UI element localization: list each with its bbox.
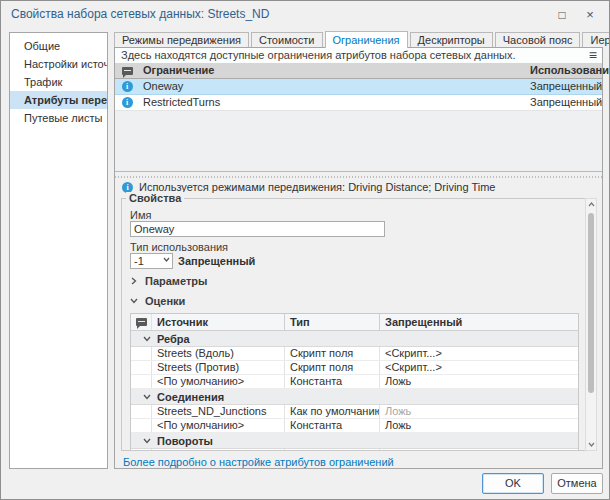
usage-type-label: Тип использования (130, 241, 228, 253)
cancel-button[interactable]: Отмена (551, 473, 603, 494)
group-row-edges[interactable]: Ребра (131, 331, 578, 347)
close-icon[interactable]: × (577, 5, 603, 25)
sidebar-item-directions[interactable]: Путевые листы (10, 109, 107, 127)
tab-hierarchy[interactable]: Иерархия (582, 32, 610, 48)
restriction-row-oneway[interactable]: i Oneway Запрещенный (115, 79, 602, 95)
scroll-down-icon[interactable] (586, 439, 596, 450)
vertical-scrollbar[interactable] (585, 198, 597, 451)
restrictions-list: Ограничение Использование i Oneway Запре… (115, 63, 602, 172)
chevron-down-icon (143, 394, 151, 400)
section-evaluators[interactable]: Оценки (130, 295, 185, 307)
evaluator-row[interactable]: <По умолчанию> Константа Ложь (131, 419, 578, 433)
info-icon: i (115, 95, 139, 110)
column-header-restricted[interactable]: Запрещенный (380, 314, 578, 330)
evaluator-row[interactable]: <По умолчанию> Константа Ложь (131, 375, 578, 389)
scrollbar-thumb[interactable] (588, 213, 594, 393)
tab-strip: Режимы передвижения Стоимости Ограничени… (114, 32, 601, 48)
column-header-source[interactable]: Источник (152, 314, 285, 330)
sidebar-item-traffic[interactable]: Трафик (10, 73, 107, 91)
evaluator-row[interactable]: Streets_ND_Junctions Как по умолчанию Ло… (131, 405, 578, 419)
tab-descriptors[interactable]: Дескрипторы (410, 32, 493, 48)
chevron-down-icon (163, 257, 170, 262)
restriction-row-restrictedturns[interactable]: i RestrictedTurns Запрещенный (115, 95, 602, 111)
name-input[interactable]: Oneway (130, 221, 385, 237)
column-header-restriction[interactable]: Ограничение (139, 63, 527, 78)
tab-time-zone[interactable]: Часовой пояс (495, 32, 581, 48)
ok-button[interactable]: OK (482, 473, 544, 494)
group-row-turns[interactable]: Повороты (131, 433, 578, 449)
properties-groupbox: Свойства Имя Oneway Тип использования -1… (121, 198, 587, 451)
menu-icon[interactable]: ≡ (589, 48, 597, 63)
flag-icon (115, 63, 139, 78)
maximize-icon[interactable]: □ (549, 5, 575, 25)
tab-travel-modes[interactable]: Режимы передвижения (114, 32, 249, 48)
chevron-down-icon (143, 336, 151, 342)
chevron-right-icon (131, 277, 137, 285)
group-row-junctions[interactable]: Соединения (131, 389, 578, 405)
scroll-up-icon[interactable] (586, 199, 596, 210)
usage-type-text: Запрещенный (178, 255, 255, 267)
sidebar-item-travel-attributes[interactable]: Атрибуты перемещения (10, 91, 107, 109)
name-label: Имя (130, 209, 151, 221)
column-header-usage[interactable]: Использование (527, 63, 602, 78)
evaluator-row[interactable]: RestrictedTurns Как по умолчанию Ложь (131, 449, 578, 450)
restrictions-panel: Здесь находятся доступные ограничения ат… (114, 47, 603, 469)
sidebar-item-general[interactable]: Общие (10, 37, 107, 55)
sidebar: Общие Настройки источника Трафик Атрибут… (9, 32, 108, 469)
section-parameters[interactable]: Параметры (130, 275, 207, 287)
title-bar: Свойства набора сетевых данных: Streets_… (1, 1, 609, 29)
info-icon: i (115, 79, 139, 94)
dialog-footer: OK Отмена (1, 467, 609, 499)
splitter-handle[interactable] (115, 174, 602, 179)
network-dataset-properties-dialog: Свойства набора сетевых данных: Streets_… (0, 0, 610, 500)
usage-type-select[interactable]: -1 (130, 253, 173, 269)
evaluator-row[interactable]: Streets (Против) Скрипт поля <Скрипт...> (131, 361, 578, 375)
evaluators-header: Источник Тип Запрещенный (131, 314, 578, 331)
evaluator-row[interactable]: Streets (Вдоль) Скрипт поля <Скрипт...> (131, 347, 578, 361)
evaluators-table: Источник Тип Запрещенный Ребра Streets (… (130, 313, 579, 450)
column-header-type[interactable]: Тип (285, 314, 380, 330)
tab-costs[interactable]: Стоимости (251, 32, 322, 48)
restrictions-header: Ограничение Использование (115, 63, 602, 79)
dialog-title: Свойства набора сетевых данных: Streets_… (11, 7, 269, 21)
tab-restrictions[interactable]: Ограничения (325, 31, 408, 48)
chevron-down-icon (143, 438, 151, 444)
panel-description: Здесь находятся доступные ограничения ат… (115, 48, 602, 63)
flag-icon (131, 314, 152, 330)
sidebar-item-source-settings[interactable]: Настройки источника (10, 55, 107, 73)
chevron-down-icon (130, 298, 138, 304)
info-icon: i (122, 182, 133, 193)
